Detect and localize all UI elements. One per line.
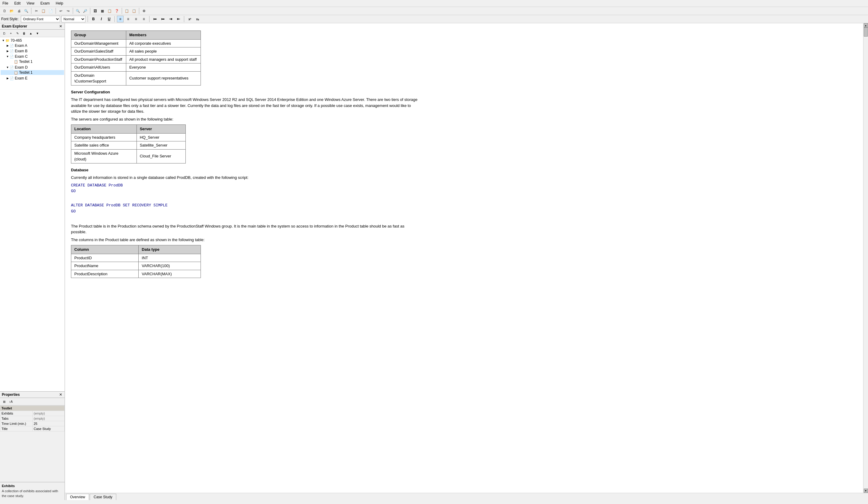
print-btn[interactable]: 🖨 bbox=[16, 8, 22, 14]
members-allusers: Everyone bbox=[126, 63, 200, 72]
exam-e-label: Exam E bbox=[15, 76, 28, 80]
group-salesstaff: OurDomain\SalesStaff bbox=[71, 48, 126, 55]
explorer-move-down[interactable]: ▼ bbox=[34, 30, 40, 36]
redo-btn[interactable]: ↪ bbox=[65, 8, 71, 14]
exam-a-toggle[interactable]: ▶ bbox=[6, 44, 10, 47]
exhibits-panel: Exhibits A collection of exhibits associ… bbox=[0, 482, 65, 500]
scrollbar[interactable]: ▲ ▼ bbox=[863, 23, 868, 493]
paste-btn[interactable]: 📄 bbox=[48, 8, 54, 14]
tab-overview[interactable]: Overview bbox=[66, 494, 89, 500]
sep10 bbox=[184, 16, 184, 22]
sep2 bbox=[55, 8, 56, 14]
exam-explorer-title: Exam Explorer bbox=[2, 24, 27, 28]
group-allusers: OurDomain\AllUsers bbox=[71, 63, 126, 72]
toolbar-btn-a[interactable]: 📋 bbox=[124, 8, 130, 14]
prop-btn2[interactable]: ↕A bbox=[8, 399, 14, 404]
scroll-thumb[interactable] bbox=[864, 28, 868, 37]
exam-c-row[interactable]: ▼ 📄 Exam C bbox=[1, 54, 64, 59]
print-preview-btn[interactable]: 🔍 bbox=[23, 8, 30, 14]
menu-view[interactable]: View bbox=[25, 1, 35, 6]
find-replace-btn[interactable]: 🔎 bbox=[82, 8, 89, 14]
explorer-move-up[interactable]: ▲ bbox=[28, 30, 34, 36]
table-row: OurDomain\CustomerSupport Customer suppo… bbox=[71, 71, 201, 85]
tree-root-row[interactable]: ▼ 📁 70-465 bbox=[1, 38, 64, 43]
exam-e-toggle[interactable]: ▶ bbox=[6, 77, 10, 80]
help-btn[interactable]: ❓ bbox=[114, 8, 120, 14]
properties-close[interactable]: ✕ bbox=[59, 392, 63, 397]
open-btn[interactable]: 📂 bbox=[9, 8, 15, 14]
outdent-btn[interactable]: ⇤ bbox=[175, 16, 182, 22]
tree-exam-b: ▶ 📄 Exam B bbox=[1, 48, 64, 54]
find-btn[interactable]: 🔍 bbox=[75, 8, 81, 14]
superscript-btn[interactable]: x² bbox=[186, 16, 193, 22]
dt-productid: INT bbox=[138, 254, 201, 262]
scroll-up[interactable]: ▲ bbox=[864, 23, 868, 28]
exam-c-toggle[interactable]: ▼ bbox=[6, 55, 10, 58]
indent-btn[interactable]: ⇥ bbox=[167, 16, 174, 22]
align-center-btn[interactable]: ≡ bbox=[125, 16, 131, 22]
content-scroll[interactable]: Group Members OurDomain\Management All c… bbox=[65, 23, 863, 493]
root-toggle[interactable]: ▼ bbox=[1, 39, 6, 42]
tab-case-study[interactable]: Case Study bbox=[90, 494, 116, 500]
align-justify-btn[interactable]: ≡ bbox=[141, 16, 147, 22]
col-productdesc: ProductDescription bbox=[71, 270, 138, 278]
subscript-btn[interactable]: x₂ bbox=[194, 16, 201, 22]
server-hq: HQ_Server bbox=[136, 133, 185, 141]
new-btn[interactable]: 🗋 bbox=[1, 8, 8, 14]
align-right-btn[interactable]: ≡ bbox=[133, 16, 139, 22]
prop-exhibits-label: Exhibits bbox=[0, 411, 33, 416]
exam-c-testlet1-row[interactable]: 📋 Testlet 1 bbox=[1, 59, 64, 64]
explorer-btn3[interactable]: ✎ bbox=[14, 30, 21, 36]
exam-b-row[interactable]: ▶ 📄 Exam B bbox=[1, 49, 64, 53]
prop-btn1[interactable]: ⊞ bbox=[1, 399, 7, 404]
members-salesstaff: All sales people bbox=[126, 48, 200, 55]
underline-btn[interactable]: U bbox=[106, 16, 112, 22]
testlet1-label: Testlet 1 bbox=[19, 60, 33, 64]
font-style-select[interactable]: Ordinary Font bbox=[21, 16, 60, 22]
insert-table-btn[interactable]: ▦ bbox=[99, 8, 106, 14]
exam-d-row[interactable]: ▼ 📄 Exam D bbox=[1, 65, 64, 70]
bold-btn[interactable]: B bbox=[90, 16, 97, 22]
explorer-btn1[interactable]: 🗋 bbox=[1, 30, 7, 36]
settings-btn[interactable]: ⚙ bbox=[141, 8, 147, 14]
cut-btn[interactable]: ✂ bbox=[33, 8, 40, 14]
menu-file[interactable]: File bbox=[1, 1, 9, 6]
exam-a-row[interactable]: ▶ 📄 Exam A bbox=[1, 43, 64, 48]
italic-btn[interactable]: I bbox=[98, 16, 104, 22]
groups-col-group: Group bbox=[71, 31, 126, 40]
align-left-btn[interactable]: ≡ bbox=[117, 16, 124, 22]
prop-title-label: Title bbox=[0, 426, 33, 431]
server-config-para2: The servers are configured as shown in t… bbox=[71, 116, 418, 122]
font-size-select[interactable]: Normal bbox=[61, 16, 85, 22]
sep5 bbox=[122, 8, 122, 14]
exam-e-row[interactable]: ▶ 📄 Exam E bbox=[1, 76, 64, 81]
explorer-btn2[interactable]: + bbox=[8, 30, 14, 36]
tree-view[interactable]: ▼ 📁 70-465 ▶ 📄 Exam A bbox=[0, 37, 65, 391]
exam-explorer-close[interactable]: ✕ bbox=[59, 24, 63, 28]
exam-b-toggle[interactable]: ▶ bbox=[6, 50, 10, 53]
doc-content: Group Members OurDomain\Management All c… bbox=[71, 31, 418, 278]
tree-exam-d: ▼ 📄 Exam D 📋 Testlet 1 bbox=[1, 65, 64, 75]
properties-panel: Properties ✕ ⊞ ↕A Testlet Exhibits (empt… bbox=[0, 391, 65, 482]
exam-d-testlet1-row[interactable]: 📋 Testlet 1 bbox=[1, 70, 64, 75]
scroll-track[interactable] bbox=[864, 28, 868, 488]
database-para2: The Product table is in the Production s… bbox=[71, 223, 418, 235]
insert-img-btn[interactable]: 🖼 bbox=[92, 8, 99, 14]
undo-btn[interactable]: ↩ bbox=[58, 8, 64, 14]
members-productionstaff: All product managers and support staff bbox=[126, 55, 200, 63]
ordered-list-btn[interactable]: ≔ bbox=[159, 16, 166, 22]
server-satellite: Satellite_Server bbox=[136, 141, 185, 150]
menu-exam[interactable]: Exam bbox=[39, 1, 51, 6]
scroll-down[interactable]: ▼ bbox=[864, 488, 868, 493]
insert-btn2[interactable]: 📋 bbox=[106, 8, 113, 14]
copy-btn[interactable]: 📋 bbox=[40, 8, 47, 14]
menu-bar: File Edit View Exam Help bbox=[0, 0, 868, 7]
dt-productname: VARCHAR(100) bbox=[138, 262, 201, 270]
exam-d-toggle[interactable]: ▼ bbox=[6, 66, 10, 69]
menu-edit[interactable]: Edit bbox=[13, 1, 22, 6]
bullet-list-btn[interactable]: ≔ bbox=[152, 16, 158, 22]
explorer-btn4[interactable]: 🗑 bbox=[21, 30, 27, 36]
toolbar-btn-b[interactable]: 📋 bbox=[131, 8, 137, 14]
menu-help[interactable]: Help bbox=[55, 1, 65, 6]
table-row: ProductDescription VARCHAR(MAX) bbox=[71, 270, 201, 278]
